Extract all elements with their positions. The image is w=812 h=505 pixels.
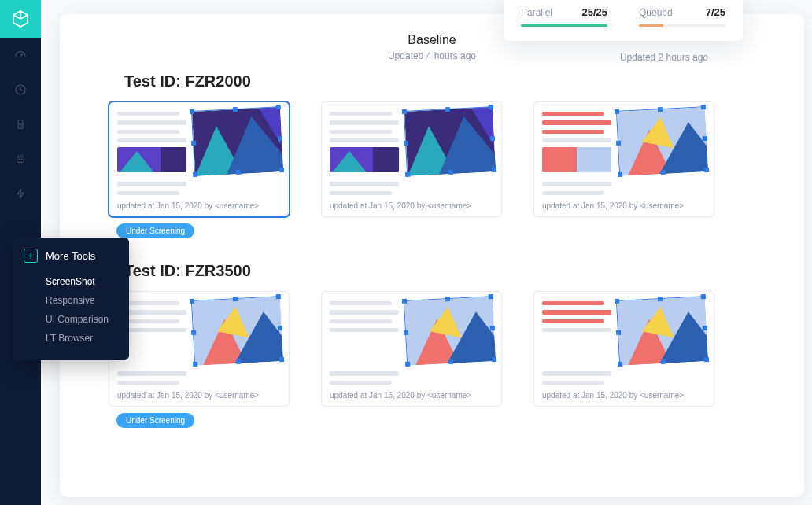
screenshot-card[interactable]: updated at Jan 15, 2020 by <username>: [321, 101, 502, 217]
status-badge: Under Screening: [116, 223, 194, 238]
card-meta: updated at Jan 15, 2020 by <username>: [330, 195, 493, 210]
queued-label: Queued: [639, 7, 673, 18]
screenshot-card[interactable]: updated at Jan 15, 2020 by <username>: [109, 291, 290, 407]
screenshot-thumbnail[interactable]: [616, 106, 707, 175]
test-section: Test ID: FZR3500 updated at Jan 15, 2020…: [85, 262, 779, 428]
screenshot-thumbnail[interactable]: [191, 106, 282, 175]
screenshot-card[interactable]: updated at Jan 15, 2020 by <username>: [533, 291, 714, 407]
svg-rect-14: [373, 147, 399, 172]
screenshot-card[interactable]: updated at Jan 15, 2020 by <username>: [321, 291, 502, 407]
parallel-value: 25/25: [581, 6, 607, 18]
svg-rect-7: [161, 147, 186, 172]
lightning-icon[interactable]: [0, 176, 41, 211]
card-meta: updated at Jan 15, 2020 by <username>: [542, 195, 706, 210]
status-card: Parallel 25/25 Queued 7/25: [504, 0, 743, 41]
popover-item-uicomparison[interactable]: UI Comparison: [24, 310, 115, 329]
battery-icon[interactable]: [0, 107, 41, 142]
popover-item-responsive[interactable]: Responsive: [24, 291, 115, 310]
more-tools-popover: + More Tools ScreenShot Responsive UI Co…: [13, 238, 129, 360]
screenshot-thumbnail[interactable]: [404, 106, 495, 175]
card-meta: updated at Jan 15, 2020 by <username>: [330, 385, 493, 400]
svg-rect-19: [542, 147, 577, 172]
status-badge: Under Screening: [116, 413, 194, 428]
test-section: Test ID: FZR2000 updated at Jan 15, 2020…: [85, 72, 779, 238]
test-id: Test ID: FZR3500: [124, 262, 779, 280]
parallel-bar: [521, 24, 607, 27]
main-content: Baseline Updated 4 hours ago Updated 2 h…: [60, 14, 804, 497]
queued-bar: [639, 24, 725, 27]
popover-title: More Tools: [46, 250, 95, 262]
baseline-title: Baseline: [388, 33, 476, 47]
screenshot-thumbnail[interactable]: [616, 296, 707, 365]
updated-left: Updated 4 hours ago: [388, 50, 476, 61]
updated-right: Updated 2 hours ago: [620, 52, 708, 63]
card-meta: updated at Jan 15, 2020 by <username>: [117, 195, 281, 210]
parallel-label: Parallel: [521, 7, 552, 18]
screenshot-thumbnail[interactable]: [404, 296, 495, 365]
plus-icon: +: [24, 249, 38, 263]
svg-rect-20: [577, 147, 611, 172]
screenshot-card[interactable]: updated at Jan 15, 2020 by <username>: [533, 101, 714, 217]
popover-item-ltbrowser[interactable]: LT Browser: [24, 329, 115, 348]
card-meta: updated at Jan 15, 2020 by <username>: [117, 385, 281, 400]
popover-item-screenshot[interactable]: ScreenShot: [24, 272, 115, 291]
dashboard-icon[interactable]: [0, 38, 41, 72]
robot-icon[interactable]: [0, 142, 41, 176]
queued-value: 7/25: [706, 6, 725, 18]
svg-point-3: [19, 159, 20, 160]
clock-icon[interactable]: [0, 72, 41, 107]
svg-point-4: [21, 159, 23, 160]
screenshot-thumbnail[interactable]: [191, 296, 282, 365]
svg-rect-2: [17, 157, 24, 163]
test-id: Test ID: FZR2000: [124, 72, 779, 90]
logo[interactable]: [0, 0, 41, 38]
card-meta: updated at Jan 15, 2020 by <username>: [542, 385, 706, 400]
screenshot-card[interactable]: updated at Jan 15, 2020 by <username>: [109, 101, 290, 217]
